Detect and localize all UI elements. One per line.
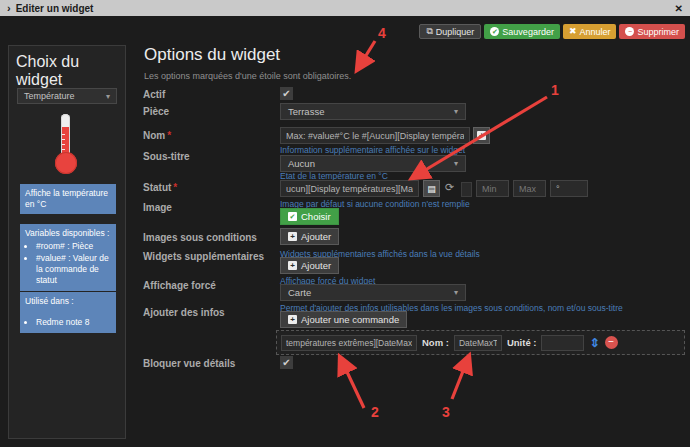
- delete-button[interactable]: − Supprimer: [619, 24, 685, 39]
- sous-titre-helper: Information supplémentaire affichée sur …: [280, 145, 465, 155]
- select-command-button[interactable]: ▤: [423, 180, 440, 197]
- bloquer-label: Bloquer vue détails: [143, 358, 235, 369]
- bloquer-checkbox[interactable]: ✔: [280, 356, 293, 369]
- piece-select[interactable]: Terrasse ▾: [280, 103, 466, 120]
- widget-type-value: Température: [24, 91, 75, 101]
- command-value-input[interactable]: [281, 335, 417, 351]
- command-nom-input[interactable]: [454, 335, 502, 351]
- thermometer-bulb-icon: [55, 152, 77, 174]
- actif-label: Actif: [143, 89, 165, 100]
- minus-circle-icon: −: [625, 27, 634, 36]
- widgets-supp-label: Widgets supplémentaires: [143, 251, 264, 262]
- chevron-down-icon: ▾: [106, 92, 110, 101]
- widget-type-select[interactable]: Température ▾: [17, 88, 117, 104]
- used-in-title: Utilisé dans :: [25, 296, 74, 306]
- statut-label-text: Statut: [143, 182, 171, 193]
- chevron-down-icon: ▾: [454, 107, 458, 116]
- add-condition-image-label: Ajouter: [301, 231, 331, 242]
- add-command-label: Ajouter une commande: [301, 314, 399, 325]
- nom-label: Nom*: [143, 130, 171, 141]
- edit-widget-modal: › Editer un widget ✕ ⧉ Dupliquer ✔ Sauve…: [0, 0, 690, 447]
- check-circle-icon: ✔: [490, 27, 499, 36]
- command-row: Nom : Unité : ⇕ −: [276, 330, 685, 355]
- add-command-button[interactable]: + Ajouter une commande: [280, 311, 407, 328]
- add-widget-button[interactable]: + Ajouter: [280, 257, 339, 274]
- delete-label: Supprimer: [637, 27, 679, 37]
- add-condition-image-button[interactable]: + Ajouter: [280, 228, 339, 245]
- plus-icon: +: [288, 261, 297, 270]
- command-unite-label: Unité :: [507, 337, 537, 348]
- cancel-label: Annuler: [579, 27, 610, 37]
- image-label: Image: [143, 202, 172, 213]
- plus-icon: +: [477, 131, 486, 140]
- x-icon: ✖: [569, 27, 577, 36]
- command-unite-input[interactable]: [541, 335, 584, 351]
- close-icon[interactable]: ✕: [675, 3, 683, 14]
- widget-description-box: Affiche la température en °C: [20, 184, 116, 214]
- choose-image-button[interactable]: ✔ Choisir: [280, 208, 339, 225]
- add-widget-label: Ajouter: [301, 260, 331, 271]
- statut-max-input[interactable]: [513, 180, 546, 197]
- affichage-label: Affichage forcé: [143, 280, 216, 291]
- variables-box: Variables disponibles : #room# : Pièce #…: [20, 224, 116, 291]
- chevron-right-icon: ›: [7, 2, 11, 14]
- statut-min-input[interactable]: [476, 180, 509, 197]
- save-button[interactable]: ✔ Sauvegarder: [484, 24, 560, 39]
- remove-command-button[interactable]: −: [605, 336, 618, 349]
- infos-label: Ajouter des infos: [143, 307, 225, 318]
- chevron-down-icon: ▾: [454, 159, 458, 168]
- sous-titre-select[interactable]: Aucun ▾: [280, 155, 466, 172]
- refresh-icon[interactable]: ⟳: [445, 181, 454, 194]
- page-title: Options du widget: [144, 45, 280, 65]
- variables-title: Variables disponibles :: [25, 228, 109, 238]
- plus-icon: +: [288, 232, 297, 241]
- statut-command-input[interactable]: [280, 180, 419, 197]
- statut-label: Statut*: [143, 182, 177, 193]
- variable-item: #value# : Valeur de la commande de statu…: [36, 253, 111, 286]
- duplicate-button[interactable]: ⧉ Dupliquer: [419, 24, 481, 39]
- variable-item: #room# : Pièce: [36, 241, 111, 252]
- sort-updown-icon[interactable]: ⇕: [589, 336, 599, 350]
- images-conditions-label: Images sous conditions: [143, 232, 257, 243]
- duplicate-label: Dupliquer: [436, 27, 475, 37]
- actif-checkbox[interactable]: ✔: [280, 87, 293, 100]
- plus-icon: +: [288, 315, 297, 324]
- required-asterisk: *: [167, 130, 171, 141]
- chevron-down-icon: ▾: [454, 288, 458, 297]
- nom-input[interactable]: [280, 127, 470, 144]
- sous-titre-label: Sous-titre: [143, 151, 190, 162]
- annotation-label-4: 4: [378, 25, 386, 41]
- required-asterisk: *: [173, 182, 177, 193]
- duplicate-icon: ⧉: [426, 27, 432, 36]
- statut-mini-checkbox[interactable]: [461, 182, 472, 197]
- sous-titre-value: Aucun: [288, 158, 315, 169]
- piece-value: Terrasse: [288, 106, 324, 117]
- check-icon: ✔: [288, 212, 297, 221]
- insert-command-button[interactable]: +: [473, 127, 490, 144]
- used-in-box: Utilisé dans : Redme note 8: [20, 292, 116, 333]
- affichage-value: Carte: [288, 287, 311, 298]
- statut-unit-input[interactable]: [550, 180, 588, 197]
- used-in-item: Redme note 8: [36, 317, 111, 328]
- widget-options-form: Options du widget Les options marquées d…: [143, 45, 686, 441]
- save-label: Sauvegarder: [502, 27, 554, 37]
- widget-description-text: Affiche la température en °C: [25, 188, 108, 209]
- command-nom-label: Nom :: [422, 337, 449, 348]
- nom-label-text: Nom: [143, 130, 165, 141]
- choose-image-label: Choisir: [301, 211, 331, 222]
- action-toolbar: ⧉ Dupliquer ✔ Sauvegarder ✖ Annuler − Su…: [419, 24, 685, 39]
- window-titlebar: › Editer un widget ✕: [0, 0, 690, 16]
- widget-chooser-sidebar: Choix du widget Température ▾ Affiche la…: [8, 45, 126, 439]
- cancel-button[interactable]: ✖ Annuler: [563, 24, 617, 39]
- page-subtitle: Les options marquées d'une étoile sont o…: [144, 71, 351, 81]
- window-title: Editer un widget: [16, 3, 94, 14]
- list-grid-icon: ▤: [427, 184, 436, 194]
- affichage-select[interactable]: Carte ▾: [280, 284, 466, 301]
- sidebar-title: Choix du widget: [16, 53, 125, 89]
- piece-label: Pièce: [143, 106, 169, 117]
